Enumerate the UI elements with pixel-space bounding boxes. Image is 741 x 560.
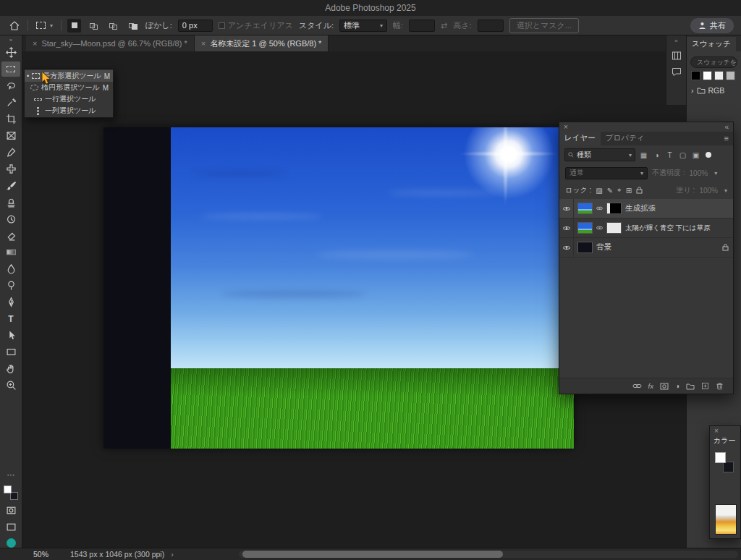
- lock-paint-icon[interactable]: ✎: [607, 187, 613, 195]
- scrollbar-thumb[interactable]: [242, 551, 503, 558]
- filter-toggle[interactable]: [706, 152, 711, 158]
- lock-move-icon[interactable]: ⌖: [617, 186, 622, 195]
- feather-input[interactable]: 0 px: [178, 20, 213, 32]
- swatch-white[interactable]: [703, 71, 712, 80]
- document-tab-active[interactable]: × 名称未設定 1 @ 50% (RGB/8) *: [195, 35, 329, 51]
- tab-properties[interactable]: プロパティ: [601, 131, 650, 145]
- foreground-color-chip[interactable]: [715, 452, 726, 463]
- antialias-checkbox[interactable]: アンチエイリアス: [219, 20, 293, 31]
- layer-mask-thumbnail[interactable]: [606, 222, 622, 234]
- swatch-gray[interactable]: [726, 71, 735, 80]
- subtract-selection-button[interactable]: [106, 19, 120, 33]
- visibility-toggle[interactable]: [559, 238, 574, 258]
- tool-crop[interactable]: [1, 111, 20, 127]
- share-button[interactable]: 共有: [690, 18, 734, 33]
- tool-path-selection[interactable]: [1, 328, 20, 343]
- layer-mask-thumbnail[interactable]: [606, 203, 622, 214]
- style-select[interactable]: 標準 ▾: [339, 20, 387, 32]
- filter-smart-object-icon[interactable]: ▣: [691, 151, 700, 159]
- lock-all-icon[interactable]: [636, 187, 643, 194]
- close-icon[interactable]: ×: [714, 427, 719, 435]
- tool-hand[interactable]: [1, 361, 20, 376]
- layer-name[interactable]: 太陽が輝く青空 下には草原: [625, 224, 711, 233]
- select-and-mask-button[interactable]: 選択とマスク...: [509, 18, 579, 33]
- layer-filter-select[interactable]: 種類 ▾: [564, 148, 635, 161]
- collapse-icon[interactable]: «: [724, 123, 729, 131]
- layer-row-sky-grass[interactable]: 太陽が輝く青空 下には草原: [559, 219, 733, 238]
- document-image[interactable]: [171, 127, 574, 449]
- new-group-icon[interactable]: [686, 383, 695, 390]
- lock-artboard-icon[interactable]: ⊞: [626, 187, 632, 195]
- filter-pixel-icon[interactable]: ▦: [639, 151, 648, 159]
- lock-transparency-icon[interactable]: ▨: [596, 187, 602, 195]
- blend-mode-select[interactable]: 通常 ▾: [565, 167, 648, 179]
- tool-type[interactable]: T: [1, 311, 20, 326]
- dock-collapse-icon[interactable]: «: [674, 38, 677, 44]
- edit-toolbar-button[interactable]: ⋯: [1, 467, 20, 483]
- tool-frame[interactable]: [1, 128, 20, 143]
- adjustment-layer-icon[interactable]: ◑: [675, 382, 679, 390]
- foreground-color-chip[interactable]: [4, 485, 12, 493]
- status-chevron-icon[interactable]: ›: [171, 550, 174, 559]
- layer-row-generative-expand[interactable]: 生成拡張: [559, 199, 733, 219]
- tool-rectangular-marquee[interactable]: [1, 61, 20, 77]
- layer-thumbnail[interactable]: [577, 242, 593, 253]
- tool-shape[interactable]: [1, 344, 20, 360]
- layer-thumbnail[interactable]: [577, 222, 593, 234]
- layer-name[interactable]: 生成拡張: [625, 203, 656, 213]
- layer-row-background[interactable]: 背景: [559, 238, 733, 258]
- quick-mask-button[interactable]: [1, 503, 20, 518]
- tool-blur[interactable]: [1, 261, 20, 276]
- document-canvas[interactable]: [103, 127, 574, 449]
- flyout-item-elliptical-marquee[interactable]: 楕円形選択ツール M: [25, 82, 113, 93]
- screen-mode-button[interactable]: [1, 519, 20, 535]
- creative-cloud-icon[interactable]: [7, 538, 16, 548]
- tab-color[interactable]: カラー: [710, 435, 739, 446]
- swatch-search-input[interactable]: スウォッチを検索: [690, 56, 737, 68]
- swatch-black[interactable]: [691, 71, 700, 80]
- close-icon[interactable]: ×: [201, 39, 206, 48]
- toolbar-expand-icon[interactable]: »: [9, 37, 12, 44]
- tool-eyedropper[interactable]: [1, 145, 20, 160]
- link-layers-icon[interactable]: [632, 383, 642, 389]
- filter-type-icon[interactable]: T: [665, 151, 674, 159]
- comments-panel-icon[interactable]: [672, 67, 682, 77]
- expanded-canvas-region[interactable]: [103, 127, 171, 449]
- flyout-item-rectangular-marquee[interactable]: • 長方形選択ツール M: [25, 70, 113, 82]
- delete-layer-icon[interactable]: [716, 382, 724, 390]
- visibility-toggle[interactable]: [559, 219, 574, 238]
- flyout-item-single-column-marquee[interactable]: 一列選択ツール: [25, 105, 113, 116]
- tool-eraser[interactable]: [1, 228, 20, 243]
- color-panel-chips[interactable]: [714, 452, 740, 477]
- visibility-toggle[interactable]: [559, 199, 574, 219]
- tool-zoom[interactable]: [1, 378, 20, 393]
- home-icon[interactable]: [7, 20, 22, 32]
- flyout-item-single-row-marquee[interactable]: 一行選択ツール: [25, 93, 113, 105]
- swap-dimensions-icon[interactable]: ⇄: [441, 21, 447, 30]
- tool-gradient[interactable]: [1, 245, 20, 260]
- history-panel-icon[interactable]: [672, 51, 682, 61]
- tool-healing-brush[interactable]: [1, 161, 20, 177]
- add-selection-button[interactable]: [87, 19, 101, 33]
- close-icon[interactable]: ×: [33, 39, 37, 48]
- new-layer-icon[interactable]: [701, 382, 709, 390]
- tool-object-selection[interactable]: [1, 95, 20, 110]
- background-color-chip[interactable]: [723, 462, 734, 472]
- zoom-level-input[interactable]: 50%: [33, 550, 48, 559]
- asset-thumbnail[interactable]: [715, 504, 737, 535]
- close-icon[interactable]: ×: [564, 123, 568, 131]
- width-input[interactable]: [409, 20, 435, 32]
- tool-history-brush[interactable]: [1, 211, 20, 226]
- tool-brush[interactable]: [1, 178, 20, 193]
- swatch-light-gray[interactable]: [714, 71, 724, 80]
- fill-value[interactable]: 100%: [699, 187, 718, 195]
- tab-swatches[interactable]: スウォッチ: [687, 37, 736, 51]
- swatch-group-rgb[interactable]: › RGB: [691, 86, 737, 95]
- layer-thumbnail[interactable]: [577, 203, 593, 214]
- tool-dodge[interactable]: [1, 278, 20, 293]
- tool-preset-marquee-icon[interactable]: ▾: [34, 20, 55, 30]
- add-mask-icon[interactable]: [660, 383, 669, 390]
- horizontal-scrollbar[interactable]: [239, 551, 738, 558]
- tab-layers[interactable]: レイヤー: [559, 131, 601, 145]
- filter-adjustment-icon[interactable]: ◑: [652, 151, 661, 159]
